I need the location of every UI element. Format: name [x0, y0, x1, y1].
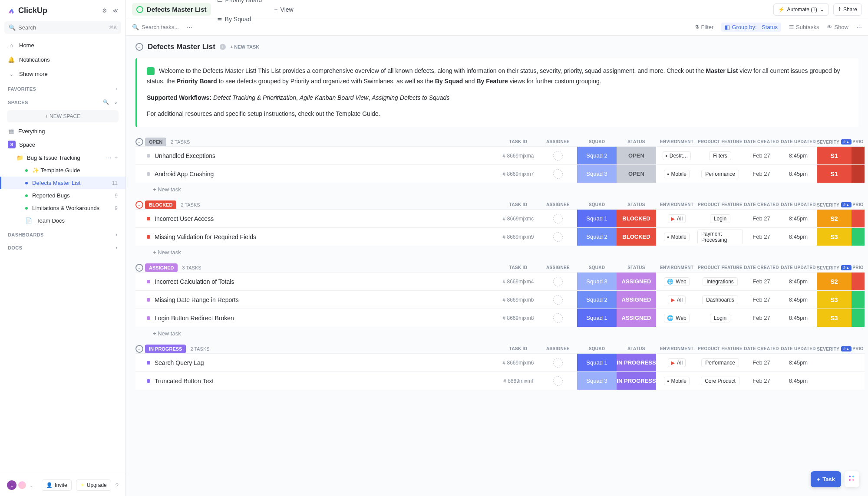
user-avatar-2[interactable] — [17, 480, 27, 490]
status-square-icon[interactable] — [147, 280, 150, 283]
sidebar-search[interactable]: 🔍 ⌘K — [4, 21, 121, 34]
sidebar-list-item[interactable]: Reported Bugs9 — [0, 189, 125, 202]
help-icon[interactable]: ? — [116, 482, 119, 489]
collapse-all-icon[interactable]: ⌄ — [135, 43, 143, 51]
squad-cell[interactable]: Squad 2 — [577, 291, 617, 309]
task-row[interactable]: Android App Crashing# 8669mjxm7Squad 3OP… — [135, 164, 865, 183]
priority-cell[interactable] — [851, 309, 865, 327]
collapse-group-icon[interactable]: ⌄ — [135, 264, 143, 272]
show-button[interactable]: 👁Show — [827, 24, 848, 30]
assignee-cell[interactable] — [539, 372, 577, 390]
subtasks-button[interactable]: ☰Subtasks — [789, 24, 819, 30]
plus-icon[interactable]: + — [114, 154, 118, 161]
group-by-button[interactable]: ◧Group by: Status — [721, 23, 781, 32]
sidebar-list-item[interactable]: ✨ Template Guide — [0, 164, 125, 177]
task-name[interactable]: Incorrect User Access — [155, 215, 214, 222]
task-search[interactable]: 🔍Search tasks... — [132, 24, 179, 30]
task-name[interactable]: Missing Validation for Required Fields — [155, 233, 256, 240]
col-environment[interactable]: ENVIRONMENT — [656, 202, 697, 207]
col-task-id[interactable]: TASK ID — [498, 265, 539, 270]
task-row[interactable]: Truncated Button Text# 8669mixmfSquad 3I… — [135, 371, 865, 390]
status-cell[interactable]: OPEN — [617, 147, 656, 164]
nav-home[interactable]: ⌂Home — [0, 38, 125, 53]
priority-cell[interactable] — [851, 165, 865, 183]
status-square-icon[interactable] — [147, 298, 150, 302]
new-space-button[interactable]: + NEW SPACE — [7, 110, 119, 122]
task-row[interactable]: Missing Validation for Required Fields# … — [135, 227, 865, 246]
severity-cell[interactable] — [817, 372, 851, 390]
status-pill[interactable]: OPEN — [145, 138, 166, 146]
tree-everything[interactable]: ▦Everything — [0, 125, 125, 138]
status-cell[interactable]: ASSIGNED — [617, 291, 656, 309]
user-avatar[interactable]: L — [7, 480, 17, 490]
col-updated[interactable]: DATE UPDATED — [780, 202, 817, 207]
col-task-id[interactable]: TASK ID — [498, 139, 539, 145]
status-square-icon[interactable] — [147, 379, 150, 383]
col-severity[interactable]: SEVERITY 2 ▴ — [817, 346, 851, 351]
feature-cell[interactable]: Login — [697, 309, 743, 327]
status-square-icon[interactable] — [147, 361, 150, 365]
content-scroll[interactable]: ⌄ Defects Master List i + NEW TASK Welco… — [126, 36, 868, 496]
assignee-cell[interactable] — [539, 210, 577, 227]
task-name[interactable]: Truncated Button Text — [155, 378, 214, 384]
collapse-group-icon[interactable]: ⌄ — [135, 201, 143, 209]
severity-cell[interactable]: S2 — [817, 210, 851, 227]
overflow-icon[interactable]: ⌄ — [30, 483, 33, 488]
env-cell[interactable]: 🌐 Web — [656, 309, 697, 327]
col-environment[interactable]: ENVIRONMENT — [656, 265, 697, 270]
col-status[interactable]: STATUS — [617, 265, 656, 270]
favorites-header[interactable]: FAVORITES› — [0, 81, 125, 94]
priority-cell[interactable] — [851, 210, 865, 227]
col-priority[interactable]: PRIO — [851, 139, 865, 145]
col-feature[interactable]: PRODUCT FEATURE — [697, 139, 743, 145]
logo[interactable]: ClickUp — [7, 6, 47, 15]
task-row[interactable]: Incorrect Calculation of Totals# 8669mjx… — [135, 272, 865, 290]
status-cell[interactable]: BLOCKED — [617, 210, 656, 227]
status-square-icon[interactable] — [147, 217, 150, 220]
squad-cell[interactable]: Squad 3 — [577, 273, 617, 290]
severity-cell[interactable]: S3 — [817, 291, 851, 309]
view-tab[interactable]: ▭Priority Board — [211, 0, 268, 10]
tree-space[interactable]: SSpace — [0, 138, 125, 151]
spaces-header[interactable]: SPACES🔍⌄ — [0, 94, 125, 108]
col-status[interactable]: STATUS — [617, 139, 656, 145]
add-view-button[interactable]: +View — [268, 0, 299, 19]
status-cell[interactable]: IN PROGRESS — [617, 372, 656, 390]
priority-cell[interactable] — [851, 291, 865, 309]
col-priority[interactable]: PRIO — [851, 265, 865, 270]
env-cell[interactable]: ▪ Mobile — [656, 165, 697, 183]
nav-notifications[interactable]: 🔔Notifications — [0, 53, 125, 67]
collapse-group-icon[interactable]: ⌄ — [135, 345, 143, 353]
squad-cell[interactable]: Squad 2 — [577, 228, 617, 246]
severity-cell[interactable]: S1 — [817, 147, 851, 164]
env-cell[interactable]: ▶ All — [656, 291, 697, 309]
status-cell[interactable]: ASSIGNED — [617, 273, 656, 290]
env-cell[interactable]: ▪ Mobile — [656, 228, 697, 246]
assignee-cell[interactable] — [539, 309, 577, 327]
status-cell[interactable]: IN PROGRESS — [617, 354, 656, 371]
squad-cell[interactable]: Squad 1 — [577, 210, 617, 227]
col-status[interactable]: STATUS — [617, 202, 656, 207]
col-severity[interactable]: SEVERITY 2 ▴ — [817, 265, 851, 270]
col-severity[interactable]: SEVERITY 2 ▴ — [817, 139, 851, 145]
col-severity[interactable]: SEVERITY 2 ▴ — [817, 202, 851, 207]
assignee-cell[interactable] — [539, 147, 577, 164]
status-square-icon[interactable] — [147, 316, 150, 320]
squad-cell[interactable]: Squad 1 — [577, 354, 617, 371]
chevron-down-icon[interactable]: ⌄ — [114, 99, 118, 105]
new-task-inline[interactable]: + New task — [135, 327, 865, 338]
nav-show-more[interactable]: ⌄Show more — [0, 67, 125, 81]
priority-cell[interactable] — [851, 228, 865, 246]
collapse-group-icon[interactable]: ⌄ — [135, 138, 143, 146]
status-cell[interactable]: OPEN — [617, 165, 656, 183]
feature-cell[interactable]: Integrations — [697, 273, 743, 290]
col-status[interactable]: STATUS — [617, 346, 656, 351]
status-cell[interactable]: BLOCKED — [617, 228, 656, 246]
col-created[interactable]: DATE CREATED — [743, 265, 780, 270]
task-name[interactable]: Unhandled Exceptions — [155, 152, 215, 159]
task-row[interactable]: Unhandled Exceptions# 8669mjxmaSquad 2OP… — [135, 146, 865, 164]
sidebar-list-item[interactable]: Limitations & Workarounds9 — [0, 202, 125, 214]
squad-cell[interactable]: Squad 3 — [577, 372, 617, 390]
col-feature[interactable]: PRODUCT FEATURE — [697, 202, 743, 207]
status-pill[interactable]: IN PROGRESS — [145, 345, 186, 353]
